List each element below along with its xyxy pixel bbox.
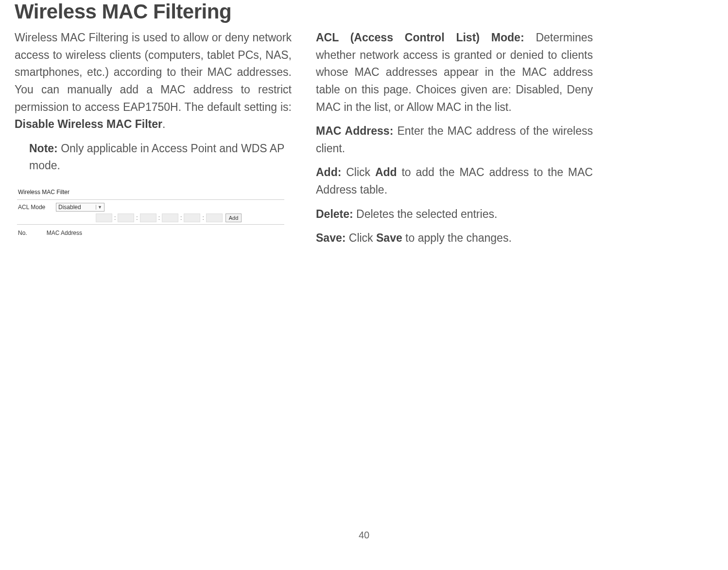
page-title: Wireless MAC Filtering [0,0,728,23]
intro-text-1: Wireless MAC Filtering is used to allow … [15,31,292,113]
mac-separator: : [201,214,205,221]
acl-mode-select[interactable]: Disabled ▼ [56,203,104,212]
acl-mode-value: Disabled [58,204,81,211]
page-number: 40 [0,530,728,541]
def-delete-text: Deletes the selected entries. [353,208,498,220]
mac-octet-input[interactable] [140,214,156,222]
def-add: Add: Click Add to add the MAC address to… [316,164,593,198]
mac-octet-input[interactable] [206,214,223,222]
def-add-bold: Add [375,166,397,178]
intro-text-2: . [162,118,165,130]
chevron-down-icon: ▼ [96,205,102,210]
mac-separator: : [113,214,117,221]
content-columns: Wireless MAC Filtering is used to allow … [0,29,728,254]
note-line: Note: Only applicable in Access Point an… [15,140,292,175]
mac-octet-input[interactable] [184,214,200,222]
def-save-bold: Save [376,232,402,244]
note-text: Only applicable in Access Point and WDS … [29,142,284,172]
divider [17,199,284,200]
def-acl-label: ACL (Access Control List) Mode: [316,31,524,44]
def-acl: ACL (Access Control List) Mode: Determin… [316,29,593,116]
screenshot-section-title: Wireless MAC Filter [17,188,284,196]
mac-separator: : [179,214,183,221]
def-save: Save: Click Save to apply the changes. [316,230,593,247]
col-header-no: No. [18,230,27,236]
divider [17,224,284,225]
mac-table-header: No. MAC Address [17,228,284,236]
def-save-text-after: to apply the changes. [402,232,512,244]
mac-octet-input[interactable] [118,214,134,222]
right-column: ACL (Access Control List) Mode: Determin… [316,29,593,254]
acl-mode-row: ACL Mode Disabled ▼ [17,203,284,212]
def-save-text-before: Click [346,232,376,244]
mac-octet-input[interactable] [162,214,178,222]
def-delete-label: Delete: [316,208,353,220]
mac-input-row: : : : : : Add [17,214,284,222]
def-add-label: Add: [316,166,341,178]
def-delete: Delete: Deletes the selected entries. [316,206,593,223]
add-button[interactable]: Add [225,214,242,222]
left-column: Wireless MAC Filtering is used to allow … [15,29,292,254]
acl-mode-label: ACL Mode [18,204,52,211]
mac-address-inputs: : : : : : Add [96,214,242,222]
def-add-text-before: Click [341,166,375,178]
col-header-mac: MAC Address [47,230,82,236]
def-mac-label: MAC Address: [316,125,393,137]
def-save-label: Save: [316,232,346,244]
def-mac: MAC Address: Enter the MAC address of th… [316,123,593,157]
mac-octet-input[interactable] [96,214,112,222]
intro-paragraph: Wireless MAC Filtering is used to allow … [15,29,292,133]
intro-bold: Disable Wireless MAC Filter [15,118,162,130]
note-label: Note: [29,142,58,155]
mac-filter-screenshot: Wireless MAC Filter ACL Mode Disabled ▼ … [15,184,287,240]
mac-separator: : [135,214,139,221]
mac-separator: : [157,214,161,221]
